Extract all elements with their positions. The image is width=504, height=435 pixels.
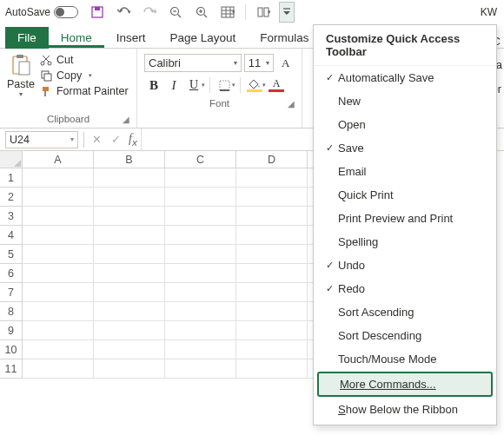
cell[interactable] [236, 207, 308, 226]
bold-button[interactable]: B [144, 76, 163, 94]
save-icon[interactable] [87, 2, 108, 23]
cell[interactable] [165, 168, 236, 188]
column-icon[interactable]: ▾ [253, 2, 274, 23]
cell[interactable] [94, 264, 165, 283]
copy-button[interactable]: Copy▾ [40, 69, 129, 82]
cancel-formula-icon[interactable]: ✕ [87, 133, 106, 146]
menu-item[interactable]: ✓Save [314, 136, 496, 160]
menu-item[interactable]: Email [314, 160, 496, 183]
enter-formula-icon[interactable]: ✓ [106, 133, 125, 146]
menu-item[interactable]: Spelling [314, 230, 496, 254]
increase-font-icon[interactable]: A [276, 55, 295, 72]
menu-item[interactable]: Print Preview and Print [314, 207, 496, 230]
zoom-out-icon[interactable] [165, 2, 186, 23]
cell[interactable] [236, 226, 308, 245]
cell[interactable] [236, 302, 308, 321]
cell[interactable] [236, 283, 308, 302]
cell[interactable] [236, 168, 308, 188]
format-painter-button[interactable]: Format Painter [40, 85, 129, 97]
font-color-button[interactable]: A [267, 76, 286, 94]
border-button[interactable] [215, 76, 234, 94]
cell[interactable] [94, 283, 165, 302]
cell[interactable] [165, 283, 236, 302]
cell[interactable] [94, 245, 165, 264]
cell[interactable] [236, 264, 308, 283]
cell[interactable] [165, 302, 236, 321]
cell[interactable] [165, 245, 236, 264]
cell[interactable] [94, 359, 165, 379]
cell[interactable] [165, 321, 236, 340]
row-header[interactable]: 2 [0, 188, 23, 207]
font-size-combo[interactable]: 11▾ [244, 54, 275, 72]
customize-qat-button[interactable] [279, 2, 295, 23]
cell[interactable] [23, 283, 94, 302]
cell[interactable] [94, 321, 165, 340]
cell[interactable] [23, 188, 94, 207]
dialog-launcher-icon[interactable]: ◢ [123, 115, 129, 124]
cell[interactable] [236, 245, 308, 264]
menu-item[interactable]: Open [314, 113, 496, 136]
col-header[interactable]: B [94, 151, 165, 168]
cell[interactable] [23, 226, 94, 245]
cell[interactable] [165, 264, 236, 283]
cell[interactable] [23, 207, 94, 226]
italic-button[interactable]: I [164, 76, 183, 94]
menu-item[interactable]: ✓Undo [314, 254, 496, 277]
col-header[interactable]: A [23, 151, 94, 168]
row-header[interactable]: 5 [0, 245, 23, 264]
row-header[interactable]: 3 [0, 207, 23, 226]
menu-item[interactable]: ✓Automatically Save [314, 66, 496, 89]
toggle-off-icon[interactable] [54, 6, 78, 18]
cell[interactable] [23, 340, 94, 359]
col-header[interactable]: D [236, 151, 308, 168]
menu-item[interactable]: Touch/Mouse Mode [314, 347, 496, 371]
tab-insert[interactable]: Insert [104, 28, 158, 48]
redo-icon[interactable]: ▾ [139, 2, 160, 23]
cell[interactable] [165, 188, 236, 207]
row-header[interactable]: 4 [0, 226, 23, 245]
menu-item[interactable]: Sort Descending [314, 324, 496, 347]
cell[interactable] [94, 168, 165, 188]
paste-button[interactable]: Paste ▾ [5, 51, 40, 98]
autosave-toggle[interactable]: AutoSave [5, 6, 78, 18]
row-header[interactable]: 10 [0, 340, 23, 359]
menu-item[interactable]: Sort Ascending [314, 300, 496, 324]
row-header[interactable]: 6 [0, 264, 23, 283]
cell[interactable] [23, 245, 94, 264]
tab-formulas[interactable]: Formulas [248, 28, 321, 48]
tab-home[interactable]: Home [49, 28, 104, 48]
select-all-corner[interactable] [0, 151, 23, 168]
menu-item[interactable]: New [314, 89, 496, 113]
cell[interactable] [94, 226, 165, 245]
cell[interactable] [165, 359, 236, 379]
user-initials[interactable]: KW [481, 6, 499, 18]
cell[interactable] [236, 321, 308, 340]
dialog-launcher-icon[interactable]: ◢ [288, 99, 295, 109]
cell[interactable] [23, 302, 94, 321]
menu-item-show-below[interactable]: Show Below the Ribbon [314, 398, 496, 421]
underline-button[interactable]: U [184, 76, 203, 94]
cell[interactable] [94, 188, 165, 207]
cell[interactable] [94, 302, 165, 321]
menu-item[interactable]: Quick Print [314, 183, 496, 207]
table-icon[interactable]: ▾ [217, 2, 238, 23]
cell[interactable] [236, 359, 308, 379]
row-header[interactable]: 8 [0, 302, 23, 321]
cell[interactable] [23, 359, 94, 379]
row-header[interactable]: 11 [0, 359, 23, 379]
tab-page-layout[interactable]: Page Layout [158, 28, 249, 48]
menu-item[interactable]: ✓Redo [314, 277, 496, 300]
cell[interactable] [165, 226, 236, 245]
cell[interactable] [23, 168, 94, 188]
row-header[interactable]: 7 [0, 283, 23, 302]
cell[interactable] [236, 188, 308, 207]
cell[interactable] [23, 264, 94, 283]
col-header[interactable]: C [165, 151, 236, 168]
font-name-combo[interactable]: Calibri▾ [144, 54, 242, 72]
cell[interactable] [94, 207, 165, 226]
row-header[interactable]: 9 [0, 321, 23, 340]
name-box[interactable]: U24▾ [5, 131, 78, 148]
cell[interactable] [165, 340, 236, 359]
cell[interactable] [236, 340, 308, 359]
fx-icon[interactable]: fx [125, 132, 141, 148]
